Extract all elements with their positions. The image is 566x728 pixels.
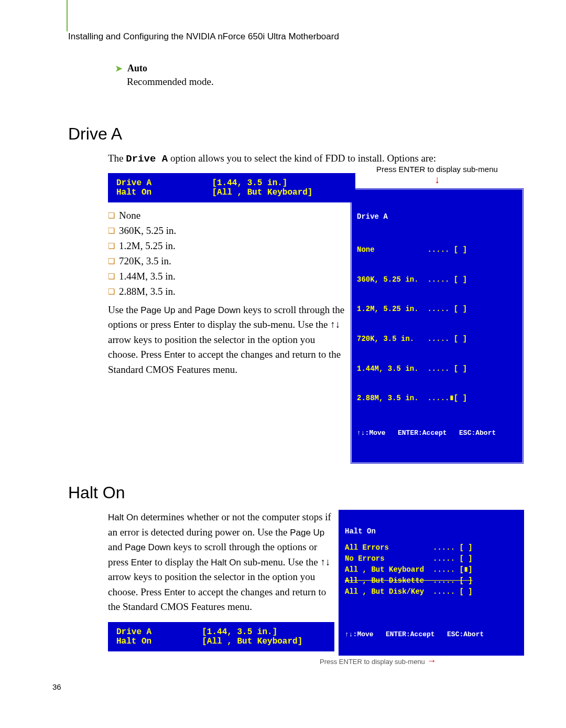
submenu-title: Halt On [345, 526, 518, 537]
submenu-item[interactable]: 720K, 3.5 in. ..... [ ] [357, 334, 517, 344]
drive-a-heading: Drive A [68, 124, 524, 144]
submenu-item[interactable]: 1.44M, 3.5 in. ..... [ ] [357, 364, 517, 374]
square-bullet-icon: ❏ [108, 211, 115, 220]
code: Halt On [108, 512, 138, 522]
square-bullet-icon: ❏ [108, 227, 115, 235]
submenu-item[interactable]: 2.88M, 3.5 in. .....∎[ ] [357, 393, 517, 403]
submenu-item[interactable]: 1.2M, 5.25 in. ..... [ ] [357, 304, 517, 314]
key: Enter [164, 350, 186, 360]
right-arrow-icon: → [427, 656, 436, 666]
opt-text: None [119, 210, 140, 221]
drive-a-submenu-wrap: Press ENTER to display sub-menu ↓ Drive … [350, 165, 524, 465]
square-bullet-icon: ❏ [108, 287, 115, 296]
auto-label: Auto [127, 63, 147, 73]
submenu-item[interactable]: No Errors ..... [ ] [345, 554, 473, 563]
code: Drive A [126, 153, 168, 165]
auto-mode-block: ➤ Auto Recommended mode. [115, 63, 524, 88]
value: [All , But Keyboard] [202, 637, 302, 646]
key: Page Up [290, 528, 324, 538]
submenu-item[interactable]: All , But Disk/Key ..... [ ] [345, 587, 473, 596]
txt: to display the [152, 556, 211, 568]
arrow-bullet-icon: ➤ [115, 64, 122, 73]
submenu-title: Drive A [357, 212, 517, 222]
down-arrow-icon: ↓ [350, 174, 524, 186]
page-number: 36 [52, 682, 524, 691]
txt: option allows you to select the kind of … [168, 153, 436, 164]
label: Drive A [116, 178, 151, 188]
square-bullet-icon: ❏ [108, 242, 115, 250]
submenu-item[interactable]: None ..... [ ] [357, 245, 517, 255]
submenu-item[interactable]: 360K, 5.25 in. ..... [ ] [357, 275, 517, 285]
bios-settings-row: Drive A [1.44, 3.5 in.] Halt On [All , B… [108, 173, 355, 202]
txt: and [175, 304, 194, 315]
label: Halt On [116, 188, 151, 197]
opt-text: 360K, 5.25 in. [119, 225, 176, 236]
txt: and [108, 541, 125, 552]
txt: The [108, 153, 126, 164]
opt-text: 1.2M, 5.25 in. [119, 240, 176, 251]
value: [1.44, 3.5 in.] [202, 627, 277, 637]
submenu-footer: ↑↓:Move ENTER:Accept ESC:Abort [345, 629, 518, 640]
halt-on-submenu: Halt OnAll Errors ..... [ ] No Errors ..… [339, 510, 524, 656]
halt-on-heading: Halt On [68, 483, 524, 502]
running-header: Installing and Configuring the NVIDIA nF… [68, 31, 524, 42]
drive-a-submenu: Drive A None ..... [ ] 360K, 5.25 in. ..… [350, 188, 524, 465]
key: Page Up [140, 305, 175, 315]
decorative-bar [67, 0, 68, 31]
label: Drive A [116, 627, 151, 637]
opt-text: 1.44M, 3.5 in. [119, 271, 176, 282]
bios-settings-row-2: Drive A [1.44, 3.5 in.] Halt On [All , B… [108, 622, 334, 651]
submenu-item[interactable]: All , But Keyboard ..... [∎] [345, 565, 473, 574]
submenu-item[interactable]: All , But Diskette ..... [ ] [345, 576, 473, 585]
value: [1.44, 3.5 in.] [212, 178, 287, 188]
opt-text: 720K, 3.5 in. [119, 255, 171, 266]
label: Halt On [116, 637, 151, 646]
txt: Use the [108, 304, 140, 315]
opt-text: 2.88M, 3.5 in. [119, 286, 176, 297]
submenu-footer: ↑↓:Move ENTER:Accept ESC:Abort [357, 429, 517, 438]
key: Enter [131, 558, 153, 568]
txt: Press ENTER to display sub-menu [320, 658, 425, 666]
submenu-item[interactable]: All Errors ..... [ ] [345, 543, 473, 552]
square-bullet-icon: ❏ [108, 272, 115, 281]
key: Enter [173, 320, 195, 330]
auto-desc: Recommended mode. [127, 76, 524, 88]
square-bullet-icon: ❏ [108, 257, 115, 265]
key: Page Down [125, 542, 171, 552]
key: Enter [164, 587, 186, 597]
value: [All , But Keyboard] [212, 188, 312, 197]
key: Page Down [194, 305, 241, 315]
code: Halt On [211, 558, 241, 568]
